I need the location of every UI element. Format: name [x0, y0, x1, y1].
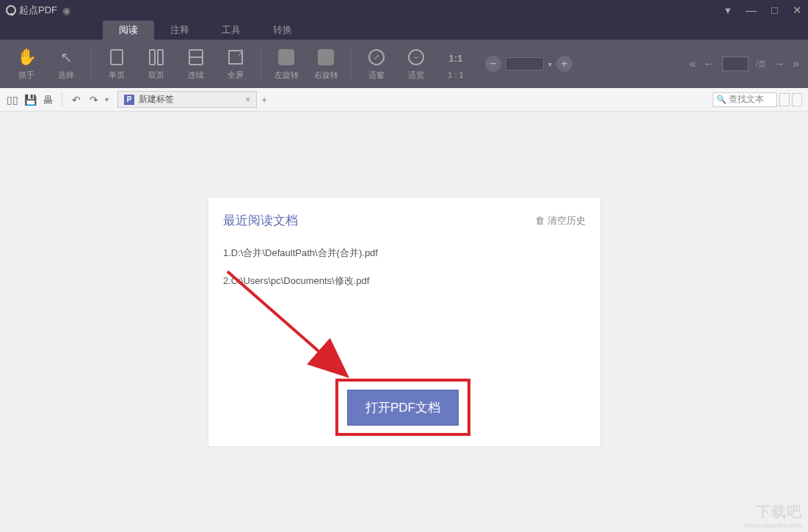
continuous-icon	[186, 48, 205, 67]
search-input[interactable]: 🔍 查找文本	[713, 92, 777, 107]
recent-item[interactable]: 2.C:\Users\pc\Documents\修改.pdf	[223, 274, 586, 288]
toolbar-separator	[91, 48, 92, 80]
print-icon[interactable]: 🖶	[41, 93, 54, 106]
document-tab[interactable]: P 新建标签 ×	[117, 91, 257, 108]
secondary-toolbar: ▯▯ 💾 🖶 ↶ ↷ ▾ P 新建标签 × + 🔍 查找文本	[0, 88, 808, 112]
page-label: /页	[756, 59, 766, 70]
fullscreen-label: 全屏	[228, 70, 244, 81]
main-toolbar: ✋ 抓手 ↖ 选择 单页 双页 连续 全屏 左旋转 右旋转 ⤢ 适窗 ↔ 适宽 …	[0, 40, 808, 88]
zoom-out-button[interactable]: −	[485, 56, 501, 72]
app-logo-icon	[6, 5, 16, 15]
undo-icon[interactable]: ↶	[70, 93, 83, 106]
app-menu-chevron-icon[interactable]: ◉	[62, 5, 70, 16]
add-tab-button[interactable]: +	[257, 94, 272, 106]
document-tabs: P 新建标签 × +	[117, 91, 272, 108]
toolbar-separator	[351, 48, 352, 80]
select-tool-label: 选择	[58, 70, 74, 81]
save-icon[interactable]: 💾	[23, 93, 37, 106]
page-nav: « ← /页 → »	[689, 57, 799, 71]
clear-history-button[interactable]: 🗑 清空历史	[535, 214, 586, 227]
single-page-button[interactable]: 单页	[99, 43, 134, 84]
prev-page-button[interactable]: ←	[703, 57, 715, 70]
recent-documents-title: 最近阅读文档	[223, 212, 298, 229]
search-icon: 🔍	[716, 95, 727, 104]
zoom-chevron-icon[interactable]: ▾	[548, 60, 552, 68]
more-chevron-icon[interactable]: ▾	[105, 95, 109, 103]
search-placeholder: 查找文本	[729, 93, 764, 106]
pdf-file-icon: P	[124, 95, 134, 105]
close-button[interactable]: ✕	[793, 4, 802, 17]
open-button-highlight: 打开PDF文档	[335, 379, 470, 436]
ratio-label: 1 : 1	[448, 70, 463, 79]
separator	[62, 93, 62, 106]
continuous-label: 连续	[188, 70, 204, 81]
minimize-button[interactable]: —	[746, 4, 757, 17]
toolbar-separator	[261, 48, 261, 80]
fit-width-label: 适宽	[408, 70, 424, 81]
app-logo-area: 起点PDF ◉	[6, 4, 70, 17]
select-tool-button[interactable]: ↖ 选择	[48, 43, 84, 84]
search-options-button[interactable]	[779, 93, 790, 106]
zoom-controls: − ▾ +	[485, 56, 572, 72]
fit-window-label: 适窗	[368, 70, 385, 81]
hand-icon: ✋	[17, 48, 36, 67]
zoom-value-box[interactable]	[506, 57, 544, 70]
double-page-button[interactable]: 双页	[139, 43, 174, 84]
grab-tool-label: 抓手	[18, 70, 34, 81]
search-area: 🔍 查找文本	[713, 92, 802, 107]
rotate-left-label: 左旋转	[274, 70, 299, 81]
watermark-url: www.xiazaiba.com	[744, 522, 802, 529]
app-title: 起点PDF	[19, 4, 57, 17]
maximize-button[interactable]: □	[771, 4, 778, 17]
double-page-label: 双页	[148, 70, 164, 81]
ratio-icon: 1:1	[446, 48, 465, 68]
recent-item[interactable]: 1.D:\合并\DefaultPath\合并(合并).pdf	[223, 247, 586, 260]
book-view-icon[interactable]: ▯▯	[6, 93, 19, 106]
grab-tool-button[interactable]: ✋ 抓手	[9, 43, 44, 84]
rotate-left-button[interactable]: 左旋转	[269, 43, 304, 84]
clear-history-label: 清空历史	[547, 214, 586, 227]
open-pdf-button[interactable]: 打开PDF文档	[347, 390, 459, 426]
ratio-button[interactable]: 1:1 1 : 1	[438, 43, 473, 84]
single-page-label: 单页	[109, 70, 125, 81]
single-page-icon	[107, 48, 126, 67]
continuous-button[interactable]: 连续	[178, 43, 214, 84]
page-number-input[interactable]	[722, 57, 749, 71]
watermark: 下载吧 www.xiazaiba.com	[744, 502, 802, 529]
rotate-right-label: 右旋转	[314, 70, 338, 81]
fit-width-icon: ↔	[407, 48, 426, 67]
fit-width-button[interactable]: ↔ 适宽	[398, 43, 434, 84]
fit-window-button[interactable]: ⤢ 适窗	[359, 43, 394, 84]
fullscreen-icon	[226, 48, 245, 67]
zoom-in-button[interactable]: +	[556, 56, 572, 72]
tab-convert[interactable]: 转换	[257, 21, 308, 40]
redo-icon[interactable]: ↷	[87, 93, 101, 106]
last-page-button[interactable]: »	[793, 57, 799, 70]
document-tab-label: 新建标签	[139, 93, 174, 106]
titlebar: 起点PDF ◉ ▾ — □ ✕	[0, 0, 808, 21]
watermark-text: 下载吧	[756, 503, 802, 520]
trash-icon: 🗑	[535, 215, 545, 226]
pin-button[interactable]: ▾	[725, 4, 731, 17]
cursor-icon: ↖	[57, 48, 76, 67]
fit-window-icon: ⤢	[367, 48, 386, 67]
menubar: 阅读 注释 工具 转换	[0, 21, 808, 40]
panel-header: 最近阅读文档 🗑 清空历史	[223, 212, 586, 229]
fullscreen-button[interactable]: 全屏	[218, 43, 253, 84]
search-more-button[interactable]	[792, 93, 802, 106]
window-controls: ▾ — □ ✕	[725, 4, 802, 17]
tab-read[interactable]: 阅读	[103, 21, 154, 40]
next-page-button[interactable]: →	[774, 57, 785, 70]
first-page-button[interactable]: «	[689, 57, 696, 70]
rotate-left-icon	[277, 48, 296, 67]
double-page-icon	[147, 48, 166, 67]
rotate-right-icon	[316, 48, 335, 67]
rotate-right-button[interactable]: 右旋转	[308, 43, 343, 84]
tab-annotate[interactable]: 注释	[154, 21, 205, 40]
tab-tools[interactable]: 工具	[205, 21, 257, 40]
close-tab-icon[interactable]: ×	[245, 95, 250, 105]
